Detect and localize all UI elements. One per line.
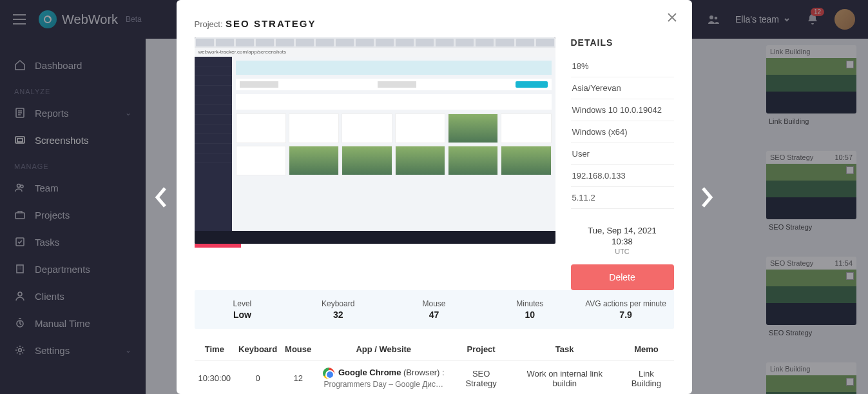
th-project: Project (452, 338, 510, 361)
cell-app: Google Chrome (Browser) :Programmers Day… (315, 361, 452, 395)
modal-header: Project: SEO STRATEGY (177, 0, 692, 37)
screenshot-url: webwork-tracker.com/app/screenshots (195, 48, 555, 57)
delete-button[interactable]: Delete (571, 264, 674, 290)
th-time: Time (195, 338, 235, 361)
app-icon (323, 368, 334, 379)
stat-item: AVG actions per minute7.9 (578, 290, 674, 329)
project-name: SEO STRATEGY (226, 18, 316, 29)
stat-item: Mouse47 (386, 290, 482, 329)
next-screenshot-arrow[interactable] (698, 186, 716, 209)
time: 10:38 (571, 237, 674, 246)
stat-value: Low (198, 310, 287, 320)
th-keyboard: Keyboard (235, 338, 281, 361)
stat-value: 32 (294, 310, 382, 320)
stat-label: Keyboard (294, 299, 382, 308)
stat-value: 47 (390, 310, 478, 320)
detail-row: 18% (571, 55, 674, 77)
cell-keyboard: 0 (235, 361, 281, 395)
details-heading: DETAILS (571, 37, 674, 48)
table-row[interactable]: 10:30:00012Google Chrome (Browser) :Prog… (195, 361, 674, 395)
th-app: App / Website (315, 338, 452, 361)
stat-item: Keyboard32 (290, 290, 386, 329)
detail-row: 5.11.2 (571, 187, 674, 209)
cell-task: Work on internal link buildin (510, 361, 619, 395)
activity-table: Time Keyboard Mouse App / Website Projec… (195, 338, 674, 394)
modal-overlay[interactable]: Project: SEO STRATEGY webwork-tracker.co… (0, 0, 868, 394)
detail-row: Windows 10 10.0.19042 (571, 99, 674, 121)
screenshot-image[interactable]: webwork-tracker.com/app/screenshots (195, 37, 555, 244)
date: Tue, Sep 14, 2021 (571, 226, 674, 235)
cell-time: 10:30:00 (195, 361, 235, 395)
prev-screenshot-arrow[interactable] (152, 186, 170, 209)
cell-mouse: 12 (281, 361, 315, 395)
stat-item: LevelLow (195, 290, 291, 329)
detail-row: 192.168.0.133 (571, 165, 674, 187)
stats-bar: LevelLowKeyboard32Mouse47Minutes10AVG ac… (195, 290, 674, 329)
detail-row: Windows (x64) (571, 121, 674, 143)
th-mouse: Mouse (281, 338, 315, 361)
stat-value: 7.9 (582, 310, 670, 320)
project-label: Project: (195, 19, 223, 29)
screenshot-detail-modal: Project: SEO STRATEGY webwork-tracker.co… (177, 0, 692, 394)
activity-indicator-bar (195, 244, 241, 248)
detail-row: User (571, 143, 674, 165)
stat-item: Minutes10 (482, 290, 578, 329)
stat-value: 10 (486, 310, 574, 320)
screenshot-timestamp: Tue, Sep 14, 2021 10:38 UTC (571, 226, 674, 255)
stat-label: AVG actions per minute (582, 299, 670, 308)
cell-project: SEO Strategy (452, 361, 510, 395)
stat-label: Mouse (390, 299, 478, 308)
stat-label: Level (198, 299, 287, 308)
timezone: UTC (571, 248, 674, 255)
close-icon[interactable] (666, 12, 678, 23)
th-task: Task (510, 338, 619, 361)
th-memo: Memo (619, 338, 673, 361)
detail-row: Asia/Yerevan (571, 77, 674, 99)
stat-label: Minutes (486, 299, 574, 308)
cell-memo: Link Building (619, 361, 673, 395)
